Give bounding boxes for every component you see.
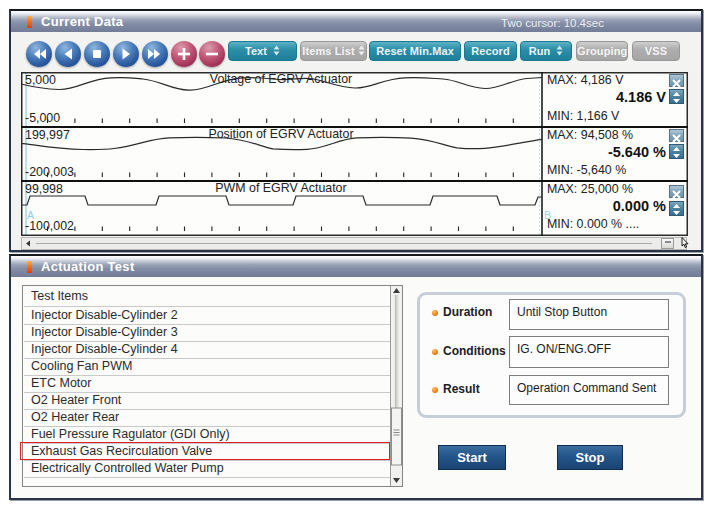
svg-text:MIN: 0.000 % ....: MIN: 0.000 % .... [547,217,639,231]
svg-text:-5,000: -5,000 [25,111,60,125]
svg-text:PWM of EGRV Actuator: PWM of EGRV Actuator [215,181,346,195]
svg-text:MAX: 25,000 %: MAX: 25,000 % [547,182,633,196]
svg-text:-200,003: -200,003 [25,165,74,179]
svg-text:Voltage of EGRV Actuator: Voltage of EGRV Actuator [210,72,352,86]
svg-text:0.000 %: 0.000 % [613,198,666,214]
svg-text:-100,002: -100,002 [25,219,74,233]
svg-text:A: A [27,209,34,221]
svg-text:MAX: 4,186 V: MAX: 4,186 V [547,73,624,87]
svg-text:4.186 V: 4.186 V [616,89,666,105]
svg-text:199,997: 199,997 [25,128,70,142]
svg-text:99,998: 99,998 [25,182,63,196]
svg-text:MAX: 94,508 %: MAX: 94,508 % [547,128,633,142]
svg-text:5,000: 5,000 [25,73,56,87]
svg-text:MIN: -5,640 %: MIN: -5,640 % [547,163,626,177]
svg-text:-5.640 %: -5.640 % [608,144,666,160]
svg-text:B: B [544,209,551,221]
svg-text:Position of EGRV Actuator: Position of EGRV Actuator [208,127,353,141]
svg-text:MIN: 1,166 V: MIN: 1,166 V [547,109,620,123]
